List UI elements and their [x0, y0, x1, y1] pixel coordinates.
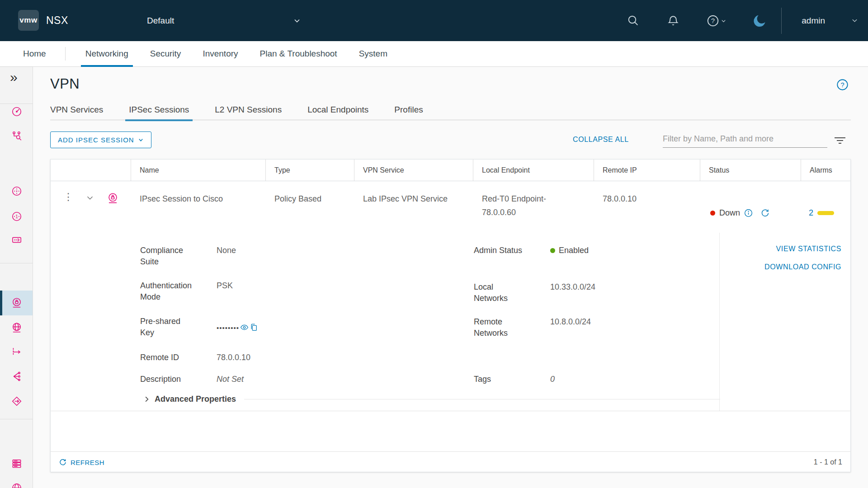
remote-networks-value: 10.8.0.0/24	[550, 316, 591, 339]
refresh-label: REFRESH	[71, 459, 104, 466]
compliance-suite-value: None	[217, 245, 236, 267]
session-remote-ip: 78.0.0.10	[594, 181, 700, 233]
side-nav: » 1	[0, 67, 33, 488]
nav-security[interactable]: Security	[150, 41, 181, 67]
forwarding-policies-icon[interactable]	[11, 346, 23, 358]
authentication-mode-label: Authentication Mode	[140, 280, 191, 303]
pagination-count: 1 - 1 of 1	[814, 458, 842, 466]
admin-status-value: Enabled	[550, 245, 589, 256]
ipsec-sessions-table: Name Type VPN Service Local Endpoint Rem…	[50, 159, 851, 472]
alarm-count-link[interactable]: 2	[809, 208, 813, 218]
filter-input[interactable]	[663, 131, 827, 147]
vpn-icon[interactable]	[11, 297, 23, 309]
column-alarms[interactable]: Alarms	[801, 160, 850, 181]
nav-plan-troubleshoot[interactable]: Plan & Troubleshoot	[260, 41, 337, 67]
tab-profiles[interactable]: Profiles	[394, 105, 423, 121]
filter-field	[663, 131, 827, 148]
kebab-menu-icon[interactable]: ⋮	[63, 192, 73, 202]
vpn-tabs: VPN Services IPSec Sessions L2 VPN Sessi…	[50, 105, 423, 121]
tab-ipsec-sessions[interactable]: IPSec Sessions	[129, 105, 189, 121]
chevron-right-icon	[143, 396, 150, 403]
moon-icon[interactable]	[752, 13, 768, 28]
topology-icon[interactable]	[11, 130, 23, 142]
session-type: Policy Based	[266, 181, 354, 233]
column-name[interactable]: Name	[131, 160, 266, 181]
product-name: NSX	[46, 14, 68, 27]
diamond-arrow-icon[interactable]	[11, 395, 23, 407]
nav-home[interactable]: Home	[23, 41, 46, 67]
column-vpn-service[interactable]: VPN Service	[354, 160, 473, 181]
session-name[interactable]: IPsec Session to Cisco	[131, 181, 266, 233]
load-balancing-icon[interactable]	[11, 371, 23, 382]
copy-icon[interactable]	[250, 323, 258, 332]
refresh-icon	[59, 458, 67, 466]
help-menu[interactable]: ?	[706, 14, 726, 28]
add-ipsec-session-button[interactable]: ADD IPSEC SESSION	[50, 131, 151, 148]
remote-id-value: 78.0.0.10	[217, 352, 250, 363]
project-selector[interactable]: Default	[147, 0, 301, 41]
remote-networks-label: Remote Networks	[474, 316, 524, 339]
chevron-down-icon[interactable]	[851, 17, 858, 24]
tab-vpn-services[interactable]: VPN Services	[50, 105, 103, 121]
nav-system[interactable]: System	[359, 41, 387, 67]
pre-shared-key-value: ••••••••	[217, 316, 258, 338]
tags-value: 0	[550, 374, 555, 385]
expand-icon[interactable]: »	[10, 70, 18, 84]
alarm-severity-bar[interactable]	[817, 211, 834, 215]
local-endpoint-line2: 78.0.0.60	[482, 206, 590, 219]
column-type[interactable]: Type	[266, 160, 354, 181]
page-help-icon[interactable]: ?	[836, 79, 849, 91]
session-local-endpoint: Red-T0 Endpoint- 78.0.0.60	[473, 181, 594, 233]
local-networks-value: 10.33.0.0/24	[550, 282, 595, 304]
remote-id-label: Remote ID	[140, 352, 191, 363]
collapse-all-button[interactable]: COLLAPSE ALL	[573, 136, 629, 144]
download-config-link[interactable]: DOWNLOAD CONFIG	[764, 263, 841, 271]
table-empty-space	[51, 411, 850, 451]
info-icon[interactable]	[744, 209, 753, 217]
nsx-app: vmw NSX Default ?	[0, 0, 868, 488]
local-endpoint-line1: Red-T0 Endpoint-	[482, 192, 590, 206]
session-status: Down	[700, 181, 801, 233]
brand: vmw NSX	[18, 10, 68, 31]
svg-text:?: ?	[711, 17, 715, 24]
column-status[interactable]: Status	[700, 160, 801, 181]
search-icon[interactable]	[627, 14, 640, 28]
sync-icon[interactable]	[760, 208, 770, 218]
user-menu[interactable]: admin	[802, 16, 825, 26]
tab-l2-vpn-sessions[interactable]: L2 VPN Sessions	[215, 105, 282, 121]
refresh-button[interactable]: REFRESH	[59, 458, 104, 466]
filter-icon[interactable]	[833, 135, 847, 146]
tier1-gateway-icon[interactable]: 1	[11, 211, 23, 222]
advanced-properties-toggle[interactable]: Advanced Properties	[143, 394, 720, 404]
status-down-dot	[710, 211, 715, 216]
tags-label: Tags	[474, 374, 524, 385]
nav-inventory[interactable]: Inventory	[203, 41, 238, 67]
dashboard-icon[interactable]	[11, 106, 23, 117]
topbar-actions: ? admin	[627, 0, 868, 41]
admin-status-text: Enabled	[559, 245, 589, 256]
main-nav: Home Networking Security Inventory Plan …	[0, 41, 868, 67]
topbar-divider	[781, 8, 782, 34]
bell-icon[interactable]	[666, 14, 680, 28]
segments-icon[interactable]	[11, 234, 23, 246]
view-statistics-link[interactable]: VIEW STATISTICS	[776, 245, 841, 253]
vmware-logo[interactable]: vmw	[18, 10, 39, 31]
advanced-properties-label: Advanced Properties	[155, 394, 236, 404]
svg-text:1: 1	[15, 214, 18, 219]
ipsec-session-alarm-icon[interactable]	[107, 192, 119, 204]
tier0-gateway-icon[interactable]	[11, 185, 23, 197]
column-remote-ip[interactable]: Remote IP	[594, 160, 700, 181]
server-stack-icon[interactable]	[11, 458, 23, 469]
compliance-suite-label: Compliance Suite	[140, 245, 191, 267]
eye-icon[interactable]	[240, 323, 249, 332]
session-vpn-service: Lab IPsec VPN Service	[354, 181, 473, 233]
chevron-down-icon[interactable]	[85, 193, 95, 203]
column-local-endpoint[interactable]: Local Endpoint	[473, 160, 594, 181]
nav-networking[interactable]: Networking	[85, 41, 128, 67]
pre-shared-key-masked: ••••••••	[217, 321, 239, 333]
session-details: Compliance Suite None Authentication Mod…	[51, 233, 850, 411]
page-title: VPN	[50, 76, 80, 92]
globe-icon[interactable]	[11, 482, 23, 488]
tab-local-endpoints[interactable]: Local Endpoints	[307, 105, 368, 121]
nat-icon[interactable]	[11, 322, 23, 333]
